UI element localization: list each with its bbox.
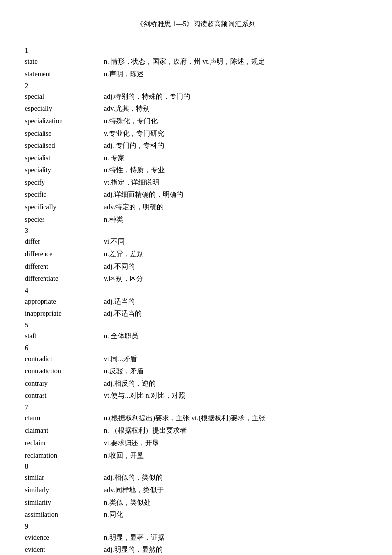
section-number: 8 — [25, 463, 367, 471]
dash-left: — — [25, 34, 32, 42]
vocab-def: n. 专家 — [104, 152, 125, 164]
vocab-word: inappropriate — [25, 308, 104, 320]
vocab-word: similar — [25, 472, 104, 484]
vocab-word: contradict — [25, 353, 104, 365]
vocab-word: reclamation — [25, 450, 104, 462]
vocab-def: vt.要求归还，开垦 — [104, 437, 159, 449]
vocab-row: statementn.声明，陈述 — [25, 68, 367, 80]
vocab-row: specializationn.特殊化，专门化 — [25, 115, 367, 127]
vocab-word: specialised — [25, 140, 104, 152]
vocab-word: specifically — [25, 201, 104, 213]
vocab-word: specify — [25, 177, 104, 188]
vocab-word: specialization — [25, 115, 104, 127]
vocab-def: n. 全体职员 — [104, 330, 138, 342]
vocab-row: similaradj.相似的，类似的 — [25, 472, 367, 484]
vocab-def: adv.尤其，特别 — [104, 103, 150, 115]
vocab-word: differ — [25, 236, 104, 248]
vocab-row: especiallyadv.尤其，特别 — [25, 103, 367, 115]
vocab-row: differentiatev.区别，区分 — [25, 273, 367, 285]
vocab-word: staff — [25, 330, 104, 342]
vocab-row: evidencen.明显，显著，证据 — [25, 532, 367, 544]
vocab-def: adj.不同的 — [104, 261, 135, 273]
vocab-word: similarity — [25, 497, 104, 509]
vocab-def: v.专业化，专门研究 — [104, 128, 164, 139]
vocab-row: specifyvt.指定，详细说明 — [25, 177, 367, 188]
vocab-word: claim — [25, 413, 104, 424]
section-number: 5 — [25, 322, 367, 329]
vocab-row: claimantn. （根据权利）提出要求者 — [25, 425, 367, 437]
vocab-def: n.反驳，矛盾 — [104, 366, 144, 377]
vocab-def: adj.明显的，显然的 — [104, 544, 163, 555]
vocab-def: n.种类 — [104, 214, 123, 226]
vocab-row: assimilationn.同化 — [25, 509, 367, 521]
vocab-def: vi.不同 — [104, 236, 125, 248]
vocab-row: evidentadj.明显的，显然的 — [25, 544, 367, 555]
vocab-row: differentadj.不同的 — [25, 261, 367, 273]
vocab-word: species — [25, 214, 104, 226]
vocab-word: specialise — [25, 128, 104, 139]
section-number: 7 — [25, 404, 367, 412]
vocab-row: similarityn.类似，类似处 — [25, 497, 367, 509]
vocab-def: adj.适当的 — [104, 296, 135, 308]
vocab-row: specialistn. 专家 — [25, 152, 367, 164]
vocab-word: special — [25, 91, 104, 103]
section-number: 6 — [25, 344, 367, 352]
section-number: 1 — [25, 47, 367, 55]
vocab-def: n.明显，显著，证据 — [104, 532, 165, 544]
vocab-word: evident — [25, 544, 104, 555]
vocab-row: contradictvt.同...矛盾 — [25, 353, 367, 365]
vocab-row: claimn.(根据权利提出)要求，主张 vt.(根据权利)要求，主张 — [25, 413, 367, 424]
vocab-def: adj. 专门的，专科的 — [104, 140, 164, 152]
vocab-def: vt.指定，详细说明 — [104, 177, 159, 188]
vocab-def: adv.同样地，类似于 — [104, 484, 164, 496]
vocab-word: different — [25, 261, 104, 273]
vocab-word: appropriate — [25, 296, 104, 308]
vocab-def: vt.同...矛盾 — [104, 353, 137, 365]
section-number: 4 — [25, 287, 367, 295]
vocab-def: n.差异，差别 — [104, 248, 144, 260]
vocab-word: evidence — [25, 532, 104, 544]
vocab-def: vt.使与...对比 n.对比，对照 — [104, 390, 185, 402]
vocab-def: adj.相似的，类似的 — [104, 472, 163, 484]
vocab-row: inappropriateadj.不适当的 — [25, 308, 367, 320]
vocab-word: reclaim — [25, 437, 104, 449]
vocab-def: adj.相反的，逆的 — [104, 378, 156, 390]
dash-right: — — [360, 34, 367, 42]
vocab-def: n.(根据权利提出)要求，主张 vt.(根据权利)要求，主张 — [104, 413, 265, 424]
vocab-def: n.收回，开垦 — [104, 450, 144, 462]
vocab-row: similarlyadv.同样地，类似于 — [25, 484, 367, 496]
vocab-word: specific — [25, 189, 104, 201]
vocab-word: contrary — [25, 378, 104, 390]
vocab-row: specialityn.特性，特质，专业 — [25, 164, 367, 176]
section-number: 3 — [25, 227, 367, 235]
page-title: 《剑桥雅思 1—5》阅读超高频词汇系列 — [25, 20, 367, 29]
vocab-def: n.声明，陈述 — [104, 68, 144, 80]
vocab-row: specificallyadv.特定的，明确的 — [25, 201, 367, 213]
vocab-row: contraryadj.相反的，逆的 — [25, 378, 367, 390]
vocab-word: differentiate — [25, 273, 104, 285]
vocab-row: contrastvt.使与...对比 n.对比，对照 — [25, 390, 367, 402]
vocab-row: staffn. 全体职员 — [25, 330, 367, 342]
vocab-word: specialist — [25, 152, 104, 164]
vocab-row: specialisedadj. 专门的，专科的 — [25, 140, 367, 152]
vocab-word: speciality — [25, 164, 104, 176]
vocab-row: differencen.差异，差别 — [25, 248, 367, 260]
vocab-word: contradiction — [25, 366, 104, 377]
vocab-row: speciesn.种类 — [25, 214, 367, 226]
vocab-def: v.区别，区分 — [104, 273, 143, 285]
vocab-word: similarly — [25, 484, 104, 496]
vocab-row: specialadj.特别的，特殊的，专门的 — [25, 91, 367, 103]
vocab-def: adj.不适当的 — [104, 308, 142, 320]
vocab-def: n. 情形，状态，国家，政府，州 vt.声明，陈述，规定 — [104, 56, 265, 68]
vocab-def: n.类似，类似处 — [104, 497, 151, 509]
vocab-def: n. （根据权利）提出要求者 — [104, 425, 187, 437]
vocab-row: reclamationn.收回，开垦 — [25, 450, 367, 462]
section-number: 9 — [25, 523, 367, 531]
vocab-def: n.特殊化，专门化 — [104, 115, 158, 127]
vocab-word: contrast — [25, 390, 104, 402]
vocab-def: n.同化 — [104, 509, 123, 521]
vocab-def: n.特性，特质，专业 — [104, 164, 165, 176]
vocab-row: specialisev.专业化，专门研究 — [25, 128, 367, 139]
section-number: 2 — [25, 82, 367, 90]
vocab-word: statement — [25, 68, 104, 80]
